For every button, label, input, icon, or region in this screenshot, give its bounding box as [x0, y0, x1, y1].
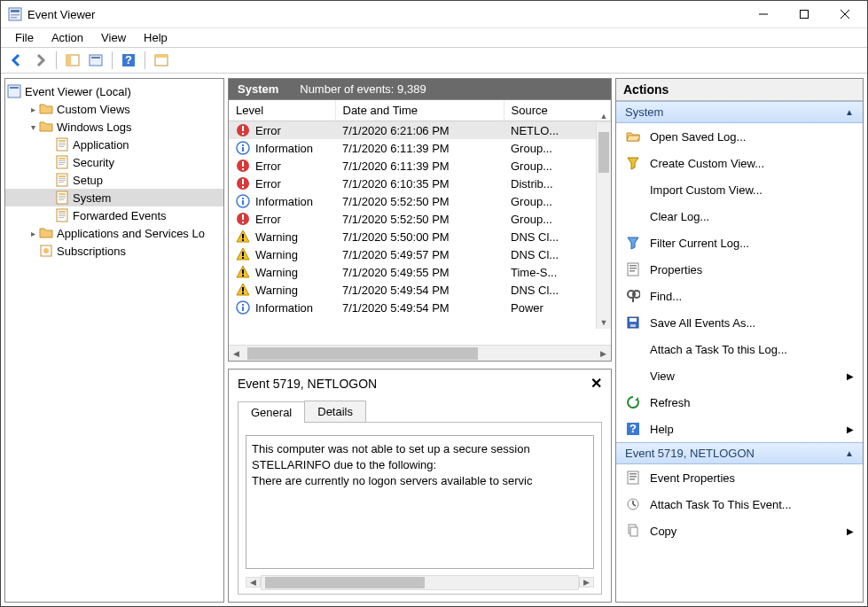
preview-button[interactable]: [151, 50, 172, 71]
action-copy[interactable]: Copy▶: [616, 518, 863, 544]
svg-rect-75: [629, 265, 637, 267]
col-level[interactable]: Level: [229, 100, 335, 121]
col-source[interactable]: Source: [504, 100, 611, 121]
tree-item-setup[interactable]: Setup: [5, 171, 223, 189]
actions-header: Actions: [616, 79, 863, 101]
forward-button[interactable]: [29, 50, 51, 71]
app-icon: [8, 7, 22, 21]
log-name: System: [238, 82, 278, 96]
scroll-left-icon[interactable]: ◀: [246, 577, 261, 588]
tree-item-label: Windows Logs: [57, 121, 132, 134]
tree-root[interactable]: Event Viewer (Local): [5, 82, 223, 100]
menu-help[interactable]: Help: [135, 29, 176, 46]
action-save-all-events-as[interactable]: Save All Events As...: [616, 309, 863, 336]
event-row[interactable]: Error7/1/2020 6:11:39 PMGroup...: [229, 157, 611, 175]
event-source: DNS Cl...: [504, 228, 611, 245]
titlebar: Event Viewer: [1, 1, 867, 27]
menu-file[interactable]: File: [6, 29, 43, 46]
tree-toggle-icon[interactable]: ▾: [27, 121, 39, 133]
svg-rect-42: [59, 217, 64, 218]
tree-item-security[interactable]: Security: [5, 153, 223, 171]
event-row[interactable]: Information7/1/2020 5:52:50 PMGroup...: [229, 192, 611, 210]
log-icon: [55, 191, 69, 205]
event-row[interactable]: Error7/1/2020 6:21:06 PMNETLO...: [229, 121, 611, 140]
scroll-down-icon[interactable]: ▼: [597, 315, 611, 330]
tree-pane[interactable]: Event Viewer (Local) ▸Custom Views▾Windo…: [4, 78, 224, 603]
actions-group-system[interactable]: System ▲: [616, 101, 863, 123]
tree-item-subscriptions[interactable]: Subscriptions: [5, 242, 223, 260]
event-row[interactable]: Information7/1/2020 6:11:39 PMGroup...: [229, 139, 611, 157]
action-help[interactable]: ?Help▶: [616, 416, 863, 442]
action-event-properties[interactable]: Event Properties: [616, 464, 863, 491]
tree-item-windows-logs[interactable]: ▾Windows Logs: [5, 118, 223, 136]
hscroll-thumb[interactable]: [247, 347, 478, 360]
event-row[interactable]: Warning7/1/2020 5:49:54 PMDNS Cl...: [229, 281, 611, 299]
back-button[interactable]: [6, 50, 27, 71]
minimize-button[interactable]: [743, 1, 784, 27]
action-filter-current-log[interactable]: Filter Current Log...: [616, 230, 863, 256]
props-icon: [625, 261, 641, 277]
help-button[interactable]: ?: [118, 50, 139, 71]
tree-item-application[interactable]: Application: [5, 136, 223, 153]
action-create-custom-view[interactable]: Create Custom View...: [616, 150, 863, 176]
tree-item-system[interactable]: System: [5, 189, 223, 206]
col-date[interactable]: Date and Time: [335, 100, 504, 121]
tree-item-applications-and-services-lo[interactable]: ▸Applications and Services Lo: [5, 224, 223, 242]
scroll-right-icon[interactable]: ▶: [596, 349, 611, 358]
menu-view[interactable]: View: [92, 29, 135, 46]
scroll-right-icon[interactable]: ▶: [579, 577, 594, 588]
tab-details[interactable]: Details: [304, 401, 366, 422]
svg-rect-19: [59, 140, 66, 142]
events-hscroll[interactable]: ◀ ▶: [229, 345, 611, 361]
action-view[interactable]: View▶: [616, 362, 863, 389]
scroll-up-icon[interactable]: ▲: [597, 108, 611, 123]
hscroll-thumb[interactable]: [265, 577, 425, 588]
svg-rect-66: [242, 257, 244, 259]
maximize-button[interactable]: [784, 1, 825, 27]
log-icon: [55, 137, 69, 152]
event-row[interactable]: Warning7/1/2020 5:49:55 PMTime-S...: [229, 263, 611, 281]
event-row[interactable]: Information7/1/2020 5:49:54 PMPower: [229, 299, 611, 316]
action-clear-log[interactable]: Clear Log...: [616, 203, 863, 230]
props-icon: [625, 470, 641, 486]
action-attach-task-to-this-event[interactable]: Attach Task To This Event...: [616, 491, 863, 518]
warn-icon: [236, 230, 250, 244]
scroll-left-icon[interactable]: ◀: [229, 349, 244, 358]
actions-group-event[interactable]: Event 5719, NETLOGON ▲: [616, 442, 863, 464]
tree-toggle-icon[interactable]: ▸: [27, 227, 39, 239]
tree-item-custom-views[interactable]: ▸Custom Views: [5, 100, 223, 118]
action-label: Properties: [650, 263, 854, 276]
events-vscroll[interactable]: ▲ ▼: [596, 123, 611, 329]
scroll-thumb[interactable]: [598, 132, 609, 173]
event-viewer-icon: [7, 84, 21, 98]
toolbar: ?: [1, 47, 867, 74]
event-row[interactable]: Error7/1/2020 6:10:35 PMDistrib...: [229, 175, 611, 192]
show-tree-button[interactable]: [62, 50, 83, 71]
action-attach-a-task-to-this-log[interactable]: Attach a Task To this Log...: [616, 336, 863, 362]
tab-general[interactable]: General: [238, 401, 305, 423]
tree-toggle-icon[interactable]: ▸: [27, 103, 39, 115]
svg-rect-32: [59, 182, 64, 183]
tree-toggle-icon: [43, 156, 55, 168]
svg-rect-49: [242, 147, 244, 152]
event-row[interactable]: Error7/1/2020 5:52:50 PMGroup...: [229, 210, 611, 228]
menu-action[interactable]: Action: [43, 29, 92, 46]
detail-hscroll[interactable]: ◀ ▶: [246, 574, 594, 590]
properties-button[interactable]: [85, 50, 106, 71]
event-row[interactable]: Warning7/1/2020 5:50:00 PMDNS Cl...: [229, 228, 611, 245]
detail-close-button[interactable]: ✕: [590, 375, 602, 392]
action-import-custom-view[interactable]: Import Custom View...: [616, 176, 863, 203]
action-open-saved-log[interactable]: Open Saved Log...: [616, 123, 863, 150]
tree-item-forwarded-events[interactable]: Forwarded Events: [5, 206, 223, 224]
close-button[interactable]: [825, 1, 865, 27]
action-find[interactable]: Find...: [616, 283, 863, 309]
svg-rect-55: [242, 179, 244, 184]
action-properties[interactable]: Properties: [616, 256, 863, 283]
action-refresh[interactable]: Refresh: [616, 389, 863, 416]
svg-rect-15: [155, 55, 168, 58]
submenu-arrow-icon: ▶: [847, 424, 854, 434]
log-icon: [55, 173, 69, 187]
event-row[interactable]: Warning7/1/2020 5:49:57 PMDNS Cl...: [229, 245, 611, 263]
separator: [56, 51, 57, 69]
svg-rect-56: [242, 186, 244, 188]
